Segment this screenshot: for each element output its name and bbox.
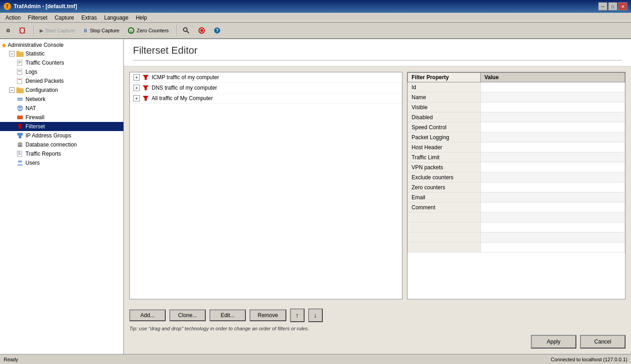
- filter-item-dns[interactable]: + DNS traffic of my computer: [130, 83, 402, 93]
- find-btn[interactable]: [179, 24, 193, 37]
- sidebar-item-firewall[interactable]: Firewall: [0, 113, 123, 122]
- prop-visible-value[interactable]: [481, 102, 625, 112]
- apply-button[interactable]: Apply: [531, 335, 576, 349]
- report-icon: [16, 150, 24, 157]
- filter-item-icmp[interactable]: + ICMP traffic of my computer: [130, 72, 402, 83]
- menu-help[interactable]: Help: [132, 14, 151, 22]
- sidebar-section-configuration[interactable]: − Configuration: [0, 86, 123, 95]
- edit-button[interactable]: Edit...: [209, 309, 246, 321]
- sidebar-item-ip-address-groups[interactable]: IP Address Groups: [0, 131, 123, 140]
- menu-capture[interactable]: Capture: [51, 14, 78, 22]
- prop-row-host-header: Host Header: [408, 142, 625, 152]
- expand-configuration[interactable]: −: [9, 87, 15, 93]
- prop-id-value[interactable]: [481, 82, 625, 92]
- properties-table: Filter Property Value Id Name Visible Di…: [407, 72, 625, 253]
- menu-filterset[interactable]: Filterset: [24, 14, 51, 22]
- svg-rect-30: [21, 116, 22, 118]
- menu-action[interactable]: Action: [2, 14, 24, 22]
- move-up-button[interactable]: ↑: [290, 308, 305, 322]
- page-title: Filterset Editor: [133, 45, 622, 56]
- prop-vpn-value[interactable]: [481, 162, 625, 172]
- svg-point-43: [20, 161, 22, 163]
- db-icon: [16, 141, 24, 148]
- sidebar-item-logs[interactable]: Logs: [0, 67, 123, 76]
- cancel-button[interactable]: Cancel: [580, 335, 626, 349]
- minimize-button[interactable]: ─: [598, 2, 607, 10]
- users-label: Users: [25, 160, 40, 166]
- start-capture-label: Start Capture: [45, 28, 75, 33]
- svg-point-22: [18, 99, 19, 100]
- logs-label: Logs: [25, 69, 37, 75]
- sidebar-root[interactable]: ◆ Administrative Console: [0, 41, 123, 49]
- prop-name-value[interactable]: [481, 92, 625, 102]
- menu-extras[interactable]: Extras: [78, 14, 101, 22]
- status-right: Connected to localhost (127.0.0.1): [551, 357, 627, 362]
- prop-name-label: Name: [408, 92, 481, 102]
- filterset-label: Filterset: [25, 123, 45, 130]
- prop-comment-value[interactable]: [481, 202, 625, 212]
- svg-line-3: [187, 31, 189, 33]
- menu-language[interactable]: Language: [101, 14, 132, 22]
- prop-zero-label: Zero counters: [408, 182, 481, 192]
- filter-label-icmp: ICMP traffic of my computer: [152, 74, 219, 81]
- sidebar-item-nat[interactable]: NAT NAT: [0, 104, 123, 113]
- separator-2: [175, 25, 176, 36]
- move-down-button[interactable]: ↓: [308, 308, 323, 322]
- prop-host-value[interactable]: [481, 142, 625, 152]
- start-capture-btn[interactable]: ▶ Start Capture: [36, 24, 78, 37]
- sidebar-item-traffic-reports[interactable]: Traffic Reports: [0, 149, 123, 158]
- action-row: Apply Cancel: [129, 331, 626, 350]
- filter-list-panel[interactable]: + ICMP traffic of my computer + DNS traf…: [129, 72, 402, 299]
- prop-row-packet-logging: Packet Logging: [408, 132, 625, 142]
- prop-packet-value[interactable]: [481, 132, 625, 142]
- sidebar-item-denied-packets[interactable]: Denied Packets: [0, 76, 123, 86]
- prop-disabled-value[interactable]: [481, 112, 625, 122]
- block-btn[interactable]: [195, 24, 209, 37]
- content-footer: Add... Clone... Edit... Remove ↑ ↓ Tip: …: [124, 305, 631, 354]
- prop-limit-value[interactable]: [481, 152, 625, 162]
- icon2-btn[interactable]: [15, 24, 29, 37]
- prop-exclude-value[interactable]: [481, 172, 625, 182]
- stop-capture-btn[interactable]: ⏸ Stop Capture: [80, 24, 122, 37]
- title-divider: [133, 60, 622, 61]
- sidebar-item-network[interactable]: Network: [0, 95, 123, 104]
- remove-button[interactable]: Remove: [249, 309, 286, 321]
- prop-row-visible: Visible: [408, 102, 625, 112]
- prop-limit-label: Traffic Limit: [408, 152, 481, 162]
- zero-counters-btn[interactable]: 0 Zero Counters: [124, 24, 172, 37]
- sidebar-section-statistic[interactable]: − Statistic: [0, 49, 123, 58]
- svg-point-23: [20, 99, 21, 100]
- funnel-icon-dns: [142, 85, 149, 91]
- help-btn[interactable]: ?: [210, 24, 224, 37]
- prop-row-name: Name: [408, 92, 625, 102]
- prop-row-empty-2: [408, 222, 625, 233]
- prop-visible-label: Visible: [408, 102, 481, 112]
- prop-speed-value[interactable]: [481, 122, 625, 132]
- separator-1: [32, 25, 33, 36]
- col-header-property: Filter Property: [408, 73, 481, 82]
- sidebar-item-database-connection[interactable]: Database connection: [0, 140, 123, 149]
- expand-statistic[interactable]: −: [9, 51, 15, 56]
- prop-email-value[interactable]: [481, 192, 625, 202]
- menu-bar: Action Filterset Capture Extras Language…: [0, 13, 631, 23]
- clone-button[interactable]: Clone...: [169, 309, 206, 321]
- svg-text:NAT: NAT: [17, 107, 23, 110]
- sidebar-item-traffic-counters[interactable]: Traffic Counters: [0, 58, 123, 67]
- prop-row-speed-control: Speed Control: [408, 122, 625, 132]
- sidebar-item-filterset[interactable]: Filterset: [0, 122, 123, 131]
- window-controls[interactable]: ─ □ ✕: [598, 2, 627, 10]
- funnel-icon-all: [142, 95, 149, 101]
- expand-icmp[interactable]: +: [133, 74, 140, 81]
- prop-row-empty-1: [408, 212, 625, 222]
- prop-zero-value[interactable]: [481, 182, 625, 192]
- sidebar-item-users[interactable]: Users: [0, 158, 123, 167]
- close-button[interactable]: ✕: [618, 2, 627, 10]
- expand-dns[interactable]: +: [133, 85, 140, 91]
- expand-all[interactable]: +: [133, 95, 140, 101]
- add-button[interactable]: Add...: [129, 309, 166, 321]
- filter-item-all[interactable]: + All traffic of My Computer: [130, 93, 402, 104]
- firewall-icon: [16, 114, 24, 121]
- settings-btn[interactable]: ⚙: [3, 24, 14, 37]
- svg-rect-9: [16, 51, 20, 53]
- maximize-button[interactable]: □: [608, 2, 617, 10]
